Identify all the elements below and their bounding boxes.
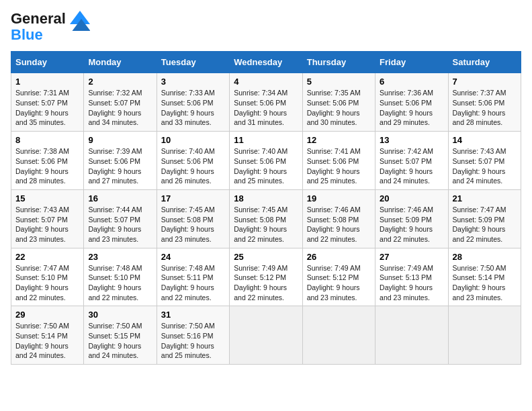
sunset-text: Sunset: 5:10 PM bbox=[15, 273, 79, 283]
day-info: Sunrise: 7:49 AM Sunset: 5:12 PM Dayligh… bbox=[234, 263, 298, 303]
day-info: Sunrise: 7:50 AM Sunset: 5:14 PM Dayligh… bbox=[453, 263, 517, 303]
sunrise-text: Sunrise: 7:44 AM bbox=[88, 205, 152, 215]
day-number: 21 bbox=[453, 193, 517, 203]
day-info: Sunrise: 7:46 AM Sunset: 5:08 PM Dayligh… bbox=[307, 205, 371, 244]
day-number: 6 bbox=[380, 77, 443, 87]
daylight-text: Daylight: 9 hours and 35 minutes. bbox=[15, 108, 79, 128]
calendar-cell-13: 13 Sunrise: 7:42 AM Sunset: 5:07 PM Dayl… bbox=[375, 132, 448, 190]
calendar-cell-30: 30 Sunrise: 7:50 AM Sunset: 5:15 PM Dayl… bbox=[84, 306, 157, 365]
sunset-text: Sunset: 5:06 PM bbox=[453, 98, 517, 108]
sunset-text: Sunset: 5:09 PM bbox=[380, 215, 443, 225]
daylight-text: Daylight: 9 hours and 26 minutes. bbox=[161, 167, 225, 186]
day-number: 23 bbox=[88, 252, 152, 262]
sunrise-text: Sunrise: 7:50 AM bbox=[453, 263, 517, 273]
sunset-text: Sunset: 5:11 PM bbox=[161, 273, 225, 283]
daylight-text: Daylight: 9 hours and 22 minutes. bbox=[88, 283, 152, 302]
day-info: Sunrise: 7:35 AM Sunset: 5:06 PM Dayligh… bbox=[307, 88, 371, 128]
sunset-text: Sunset: 5:07 PM bbox=[88, 215, 152, 225]
sunrise-text: Sunrise: 7:45 AM bbox=[234, 205, 298, 215]
day-info: Sunrise: 7:40 AM Sunset: 5:06 PM Dayligh… bbox=[234, 146, 298, 186]
sunset-text: Sunset: 5:14 PM bbox=[453, 273, 517, 283]
sunset-text: Sunset: 5:07 PM bbox=[453, 156, 517, 167]
daylight-text: Daylight: 9 hours and 22 minutes. bbox=[234, 283, 298, 302]
daylight-text: Daylight: 9 hours and 22 minutes. bbox=[234, 224, 298, 244]
sunrise-text: Sunrise: 7:43 AM bbox=[15, 205, 79, 215]
day-number: 16 bbox=[88, 193, 152, 203]
sunrise-text: Sunrise: 7:34 AM bbox=[234, 88, 298, 98]
sunset-text: Sunset: 5:07 PM bbox=[15, 215, 79, 225]
daylight-text: Daylight: 9 hours and 23 minutes. bbox=[307, 283, 371, 302]
day-info: Sunrise: 7:43 AM Sunset: 5:07 PM Dayligh… bbox=[15, 205, 79, 244]
day-number: 1 bbox=[15, 77, 79, 87]
day-number: 13 bbox=[380, 135, 443, 145]
sunset-text: Sunset: 5:06 PM bbox=[161, 98, 225, 108]
calendar-cell-12: 12 Sunrise: 7:41 AM Sunset: 5:06 PM Dayl… bbox=[302, 132, 375, 190]
calendar-cell-17: 17 Sunrise: 7:45 AM Sunset: 5:08 PM Dayl… bbox=[157, 189, 229, 248]
weekday-header-sunday: Sunday bbox=[11, 52, 84, 73]
day-number: 3 bbox=[161, 77, 225, 87]
day-info: Sunrise: 7:40 AM Sunset: 5:06 PM Dayligh… bbox=[161, 146, 225, 186]
daylight-text: Daylight: 9 hours and 24 minutes. bbox=[88, 341, 152, 361]
day-number: 17 bbox=[161, 193, 225, 203]
day-info: Sunrise: 7:38 AM Sunset: 5:06 PM Dayligh… bbox=[15, 146, 79, 186]
day-number: 18 bbox=[234, 193, 298, 203]
sunrise-text: Sunrise: 7:38 AM bbox=[15, 146, 79, 156]
weekday-header-friday: Friday bbox=[375, 52, 448, 73]
calendar-cell-6: 6 Sunrise: 7:36 AM Sunset: 5:06 PM Dayli… bbox=[375, 73, 448, 132]
sunset-text: Sunset: 5:06 PM bbox=[234, 98, 298, 108]
sunrise-text: Sunrise: 7:40 AM bbox=[161, 146, 225, 156]
day-info: Sunrise: 7:45 AM Sunset: 5:08 PM Dayligh… bbox=[234, 205, 298, 244]
sunrise-text: Sunrise: 7:35 AM bbox=[307, 88, 371, 98]
sunrise-text: Sunrise: 7:48 AM bbox=[161, 263, 225, 273]
sunrise-text: Sunrise: 7:47 AM bbox=[453, 205, 517, 215]
sunrise-text: Sunrise: 7:47 AM bbox=[15, 263, 79, 273]
sunrise-text: Sunrise: 7:46 AM bbox=[380, 205, 443, 215]
daylight-text: Daylight: 9 hours and 23 minutes. bbox=[453, 283, 517, 302]
day-number: 25 bbox=[234, 252, 298, 262]
sunset-text: Sunset: 5:16 PM bbox=[161, 331, 225, 341]
day-number: 19 bbox=[307, 193, 371, 203]
daylight-text: Daylight: 9 hours and 30 minutes. bbox=[307, 108, 371, 128]
day-number: 11 bbox=[234, 135, 298, 145]
calendar-cell-4: 4 Sunrise: 7:34 AM Sunset: 5:06 PM Dayli… bbox=[230, 73, 302, 132]
day-info: Sunrise: 7:47 AM Sunset: 5:09 PM Dayligh… bbox=[453, 205, 517, 244]
calendar-cell-1: 1 Sunrise: 7:31 AM Sunset: 5:07 PM Dayli… bbox=[11, 73, 84, 132]
calendar-week-3: 15 Sunrise: 7:43 AM Sunset: 5:07 PM Dayl… bbox=[11, 189, 521, 248]
daylight-text: Daylight: 9 hours and 23 minutes. bbox=[380, 283, 443, 302]
sunrise-text: Sunrise: 7:40 AM bbox=[234, 146, 298, 156]
day-info: Sunrise: 7:36 AM Sunset: 5:06 PM Dayligh… bbox=[380, 88, 443, 128]
weekday-header-tuesday: Tuesday bbox=[157, 52, 229, 73]
daylight-text: Daylight: 9 hours and 34 minutes. bbox=[88, 108, 152, 128]
calendar-cell-24: 24 Sunrise: 7:48 AM Sunset: 5:11 PM Dayl… bbox=[157, 248, 229, 306]
day-number: 22 bbox=[15, 252, 79, 262]
calendar-cell-27: 27 Sunrise: 7:49 AM Sunset: 5:13 PM Dayl… bbox=[375, 248, 448, 306]
day-info: Sunrise: 7:49 AM Sunset: 5:13 PM Dayligh… bbox=[380, 263, 443, 303]
calendar-cell-21: 21 Sunrise: 7:47 AM Sunset: 5:09 PM Dayl… bbox=[448, 189, 521, 248]
day-info: Sunrise: 7:49 AM Sunset: 5:12 PM Dayligh… bbox=[307, 263, 371, 303]
calendar-cell-15: 15 Sunrise: 7:43 AM Sunset: 5:07 PM Dayl… bbox=[11, 189, 84, 248]
sunrise-text: Sunrise: 7:33 AM bbox=[161, 88, 225, 98]
day-number: 30 bbox=[88, 310, 152, 320]
page-header: GeneralBlue bbox=[11, 11, 521, 43]
daylight-text: Daylight: 9 hours and 22 minutes. bbox=[15, 283, 79, 302]
day-number: 10 bbox=[161, 135, 225, 145]
sunset-text: Sunset: 5:08 PM bbox=[161, 215, 225, 225]
weekday-header-monday: Monday bbox=[84, 52, 157, 73]
day-info: Sunrise: 7:34 AM Sunset: 5:06 PM Dayligh… bbox=[234, 88, 298, 128]
calendar-cell-8: 8 Sunrise: 7:38 AM Sunset: 5:06 PM Dayli… bbox=[11, 132, 84, 190]
calendar-cell-31: 31 Sunrise: 7:50 AM Sunset: 5:16 PM Dayl… bbox=[157, 306, 229, 365]
sunrise-text: Sunrise: 7:42 AM bbox=[380, 146, 443, 156]
sunset-text: Sunset: 5:06 PM bbox=[307, 98, 371, 108]
daylight-text: Daylight: 9 hours and 23 minutes. bbox=[88, 224, 152, 244]
sunrise-text: Sunrise: 7:46 AM bbox=[307, 205, 371, 215]
weekday-header-thursday: Thursday bbox=[302, 52, 375, 73]
sunset-text: Sunset: 5:12 PM bbox=[234, 273, 298, 283]
sunset-text: Sunset: 5:15 PM bbox=[88, 331, 152, 341]
sunset-text: Sunset: 5:07 PM bbox=[15, 98, 79, 108]
day-number: 8 bbox=[15, 135, 79, 145]
daylight-text: Daylight: 9 hours and 23 minutes. bbox=[161, 224, 225, 244]
day-info: Sunrise: 7:39 AM Sunset: 5:06 PM Dayligh… bbox=[88, 146, 152, 186]
day-number: 7 bbox=[453, 77, 517, 87]
daylight-text: Daylight: 9 hours and 22 minutes. bbox=[380, 224, 443, 244]
sunrise-text: Sunrise: 7:50 AM bbox=[15, 321, 79, 331]
